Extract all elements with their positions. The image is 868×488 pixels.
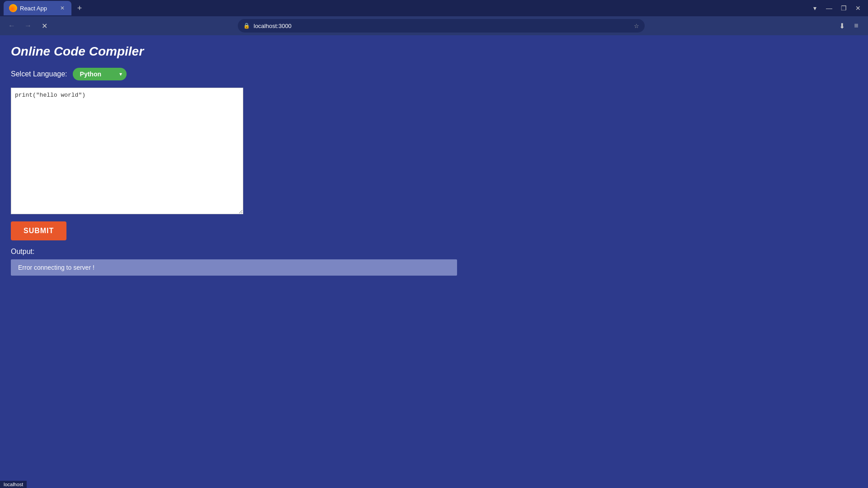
- window-controls: ▾ — ❐ ✕: [808, 2, 864, 14]
- tab-close-button[interactable]: ✕: [59, 5, 66, 12]
- tab-favicon: [9, 4, 17, 12]
- menu-button[interactable]: ≡: [850, 19, 863, 32]
- tab-bar: React App ✕ + ▾ — ❐ ✕: [0, 0, 868, 16]
- close-window-button[interactable]: ✕: [852, 2, 864, 14]
- bookmark-icon[interactable]: ☆: [634, 23, 639, 29]
- language-dropdown-wrapper[interactable]: Python JavaScript Java C++ ▾: [73, 68, 127, 80]
- output-label: Output:: [11, 248, 857, 256]
- tab-list-button[interactable]: ▾: [808, 2, 821, 14]
- reload-button[interactable]: ✕: [38, 19, 51, 32]
- nav-right-icons: ⬇ ≡: [835, 19, 863, 32]
- address-bar[interactable]: 🔒 localhost:3000 ☆: [238, 19, 645, 33]
- nav-bar: ← → ✕ 🔒 localhost:3000 ☆ ⬇ ≡: [0, 16, 868, 35]
- tab-title: React App: [20, 5, 47, 12]
- language-select[interactable]: Python JavaScript Java C++: [73, 68, 127, 80]
- code-editor[interactable]: [11, 88, 243, 214]
- extensions-button[interactable]: ⬇: [835, 19, 848, 32]
- page-title: Online Code Compiler: [11, 44, 857, 59]
- new-tab-button[interactable]: +: [73, 2, 86, 14]
- active-tab[interactable]: React App ✕: [4, 1, 71, 15]
- status-bar: localhost: [0, 481, 27, 488]
- output-box: Error connecting to server !: [11, 259, 457, 276]
- restore-button[interactable]: ❐: [837, 2, 850, 14]
- lock-icon: 🔒: [243, 23, 250, 29]
- back-button[interactable]: ←: [5, 19, 18, 32]
- language-row: Selcet Language: Python JavaScript Java …: [11, 68, 857, 80]
- submit-button[interactable]: SUBMIT: [11, 221, 66, 240]
- browser-chrome: React App ✕ + ▾ — ❐ ✕ ← → ✕ 🔒 localhost:…: [0, 0, 868, 35]
- minimize-button[interactable]: —: [823, 2, 835, 14]
- language-label: Selcet Language:: [11, 70, 67, 78]
- status-text: localhost: [4, 482, 23, 487]
- forward-button[interactable]: →: [22, 19, 34, 32]
- url-text: localhost:3000: [254, 23, 292, 29]
- output-text: Error connecting to server !: [18, 264, 94, 271]
- page-content: Online Code Compiler Selcet Language: Py…: [0, 35, 868, 488]
